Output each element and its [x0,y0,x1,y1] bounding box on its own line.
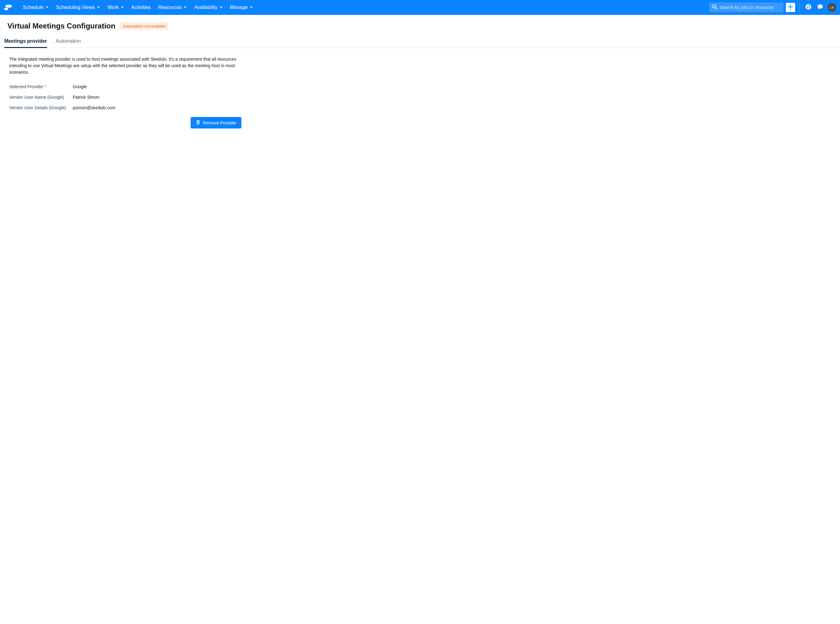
chat-icon [817,4,823,11]
chevron-down-icon [97,6,100,8]
plus-icon [788,4,793,11]
top-nav: Schedule Scheduling Views Work Activitie… [0,0,840,15]
tab-label: Automation [56,39,81,44]
button-label: Remove Provider [203,120,236,125]
svg-line-3 [716,8,717,9]
intro-text: The integrated meeting provider is used … [9,56,238,76]
avatar-initials: LK [830,6,834,9]
field-label: Vendor User Details (Google) [9,105,73,110]
user-avatar[interactable]: LK [828,3,836,12]
chevron-down-icon [45,6,49,8]
search-box[interactable] [709,3,783,12]
search-icon [712,4,717,11]
provider-form: Selected Provider * Google Vendor User N… [9,84,241,128]
nav-label: Activities [131,5,151,10]
chevron-down-icon [121,6,124,8]
svg-point-6 [806,4,811,9]
chat-button[interactable] [816,3,825,12]
svg-point-0 [5,5,12,8]
nav-label: Manage [230,5,248,10]
chevron-down-icon [219,6,222,8]
page-title: Virtual Meetings Configuration [8,22,116,30]
tabs: Meetings provider Automation [0,36,840,48]
field-selected-provider: Selected Provider * Google [9,84,241,89]
nav-label: Work [107,5,119,10]
sync-button[interactable] [804,3,813,12]
tab-automation[interactable]: Automation [56,36,81,48]
nav-work[interactable]: Work [104,0,128,15]
field-vendor-user-name: Vendor User Name (Google) Patrick Simon [9,95,241,100]
page-header: Virtual Meetings Configuration Automatio… [0,15,840,30]
svg-point-1 [4,8,8,10]
nav-activities[interactable]: Activities [128,0,154,15]
nav-label: Schedule [23,5,44,10]
field-value: Google [73,84,86,89]
remove-provider-button[interactable]: Remove Provider [191,117,241,128]
content: The integrated meeting provider is used … [0,48,251,136]
nav-availability[interactable]: Availability [190,0,226,15]
nav-label: Resources [158,5,182,10]
field-vendor-user-details: Vendor User Details (Google) psimon@sked… [9,105,241,110]
required-asterisk: * [45,84,46,89]
tab-label: Meetings provider [4,39,47,44]
add-button[interactable] [786,3,795,12]
trash-icon [196,120,201,126]
nav-items: Schedule Scheduling Views Work Activitie… [19,0,256,15]
app-logo[interactable] [4,4,16,11]
nav-label: Availability [194,5,217,10]
chevron-down-icon [184,6,187,8]
status-badge: Automation not enabled [120,23,168,30]
field-label: Selected Provider * [9,84,73,89]
action-row: Remove Provider [9,117,241,128]
field-label: Vendor User Name (Google) [9,95,73,100]
nav-label: Scheduling Views [56,5,95,10]
search-input[interactable] [720,5,780,10]
nav-resources[interactable]: Resources [154,0,190,15]
sync-icon [805,4,812,11]
label-text: Selected Provider [9,84,44,89]
nav-scheduling-views[interactable]: Scheduling Views [52,0,104,15]
chevron-down-icon [250,6,253,8]
nav-manage[interactable]: Manage [226,0,256,15]
field-value: Patrick Simon [73,95,99,100]
tab-meetings-provider[interactable]: Meetings provider [4,36,47,48]
nav-schedule[interactable]: Schedule [19,0,52,15]
field-value: psimon@skedulo.com [73,105,116,110]
